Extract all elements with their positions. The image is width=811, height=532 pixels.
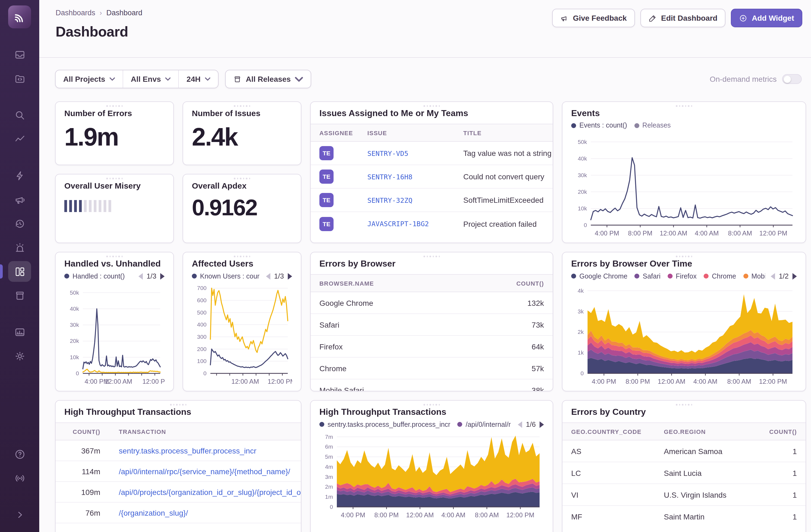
sidebar-item-issues[interactable] (8, 44, 31, 65)
issue-link[interactable]: JAVASCRIPT-1BG2 (367, 220, 455, 228)
widget-number-of-issues: Number of Issues 2.4k (183, 101, 302, 165)
sidebar-item-quick-start[interactable] (8, 165, 31, 186)
legend-item-safari[interactable]: Safari (635, 272, 661, 280)
edit-dashboard-button[interactable]: Edit Dashboard (640, 9, 726, 27)
issue-link[interactable]: SENTRY-32ZQ (367, 196, 455, 204)
column-region[interactable]: GEO.REGION (655, 428, 762, 435)
assignee-avatar[interactable]: TE (319, 169, 334, 184)
pager-prev-button[interactable] (266, 273, 270, 279)
browser-count: 64k (498, 342, 553, 351)
releases-filter-label: All Releases (246, 75, 291, 83)
sentry-logo[interactable] (8, 5, 31, 28)
column-assignee[interactable]: ASSIGNEE (311, 130, 358, 136)
svg-text:500: 500 (197, 309, 206, 316)
sidebar-item-projects[interactable] (8, 68, 31, 89)
svg-text:30k: 30k (578, 172, 587, 178)
svg-text:8:00 PM: 8:00 PM (626, 378, 650, 385)
sidebar-item-feedback[interactable] (8, 189, 31, 210)
issue-link[interactable]: SENTRY-VD5 (367, 149, 455, 157)
legend-item-process-incr[interactable]: sentry.tasks.process_buffer.process_incr (319, 421, 450, 428)
pager-next-button[interactable] (793, 273, 797, 279)
dashboards-icon (14, 266, 25, 277)
pager-prev-button[interactable] (138, 273, 143, 279)
pager-prev-button[interactable] (771, 273, 775, 279)
legend-item-mobile-safari[interactable]: Mobile S (743, 272, 765, 280)
widget-title: Events (571, 108, 797, 118)
svg-text:12:00 AM: 12:00 AM (105, 378, 132, 385)
assignee-avatar[interactable]: TE (319, 217, 334, 231)
edit-dashboard-label: Edit Dashboard (661, 14, 718, 22)
search-icon (14, 109, 25, 121)
releases-filter[interactable]: All Releases (225, 70, 311, 88)
column-browser-name[interactable]: BROWSER.NAME (311, 280, 498, 286)
affected-users-chart[interactable]: 010020030040050060070012:00 AM12:00 PM (192, 280, 292, 387)
filter-bar: All Projects All Envs 24H All Releases (55, 70, 807, 88)
sidebar-item-releases[interactable] (8, 285, 31, 306)
sidebar-item-explore[interactable] (8, 105, 31, 125)
high-throughput-transactions-chart[interactable]: 01m2m3m4m5m6m7m4:00 PM8:00 PM12:00 AM4:0… (319, 428, 544, 521)
sidebar-item-dashboards[interactable] (8, 261, 31, 282)
on-demand-metrics-toggle[interactable] (782, 74, 802, 84)
events-chart[interactable]: 010k20k30k40k50k4:00 PM8:00 PM12:00 AM4:… (571, 129, 797, 239)
project-filter[interactable]: All Projects (56, 70, 123, 88)
date-range-filter[interactable]: 24H (179, 70, 218, 88)
sidebar-collapse-toggle[interactable] (8, 504, 31, 525)
give-feedback-button[interactable]: Give Feedback (552, 9, 635, 27)
column-country-code[interactable]: GEO.COUNTRY_CODE (563, 428, 655, 435)
legend-item-events[interactable]: Events : count() (571, 122, 627, 129)
column-transaction[interactable]: TRANSACTION (108, 428, 301, 435)
widget-title: Overall User Misery (64, 181, 165, 190)
country-count: 1 (762, 512, 806, 521)
history-clock-icon (14, 218, 25, 229)
column-title[interactable]: TITLE (455, 130, 553, 136)
legend-item-api-internal[interactable]: /api/0/internal/r (458, 421, 511, 428)
assignee-avatar[interactable]: TE (319, 146, 334, 160)
sidebar-item-help[interactable] (8, 444, 31, 465)
transaction-link[interactable]: /api/0/internal/rpc/{service_name}/{meth… (119, 467, 301, 475)
sidebar-item-stats[interactable] (8, 322, 31, 342)
pager-next-button[interactable] (539, 421, 544, 428)
legend-item-chrome[interactable]: Chrome (704, 272, 736, 280)
svg-text:12:00 AM: 12:00 AM (406, 511, 433, 519)
svg-text:12:00 PM: 12:00 PM (759, 378, 787, 385)
svg-text:50k: 50k (578, 139, 587, 145)
widget-title: Number of Errors (64, 108, 165, 118)
sidebar-item-performance[interactable] (8, 128, 31, 149)
pager-next-button[interactable] (160, 273, 165, 279)
sidebar-item-alerts[interactable] (8, 237, 31, 258)
column-issue[interactable]: ISSUE (358, 130, 455, 136)
table-row (56, 523, 301, 532)
transaction-link[interactable]: sentry.tasks.process_buffer.process_incr (119, 446, 301, 455)
transaction-link[interactable]: /{organization_slug}/ (119, 508, 301, 517)
legend-item-releases[interactable]: Releases (634, 122, 671, 129)
column-count[interactable]: COUNT() (498, 280, 553, 286)
widget-errors-by-country: Errors by Country GEO.COUNTRY_CODE GEO.R… (562, 400, 806, 532)
legend-item-google-chrome[interactable]: Google Chrome (571, 272, 628, 280)
errors-by-browser-over-time-chart[interactable]: 01k2k3k4k4:00 PM8:00 PM12:00 AM4:00 AM8:… (571, 280, 797, 387)
pager-prev-button[interactable] (518, 421, 522, 428)
legend-item-known-users[interactable]: Known Users : cour (192, 272, 259, 280)
sidebar-item-replays[interactable] (8, 213, 31, 234)
environment-filter[interactable]: All Envs (123, 70, 179, 88)
transaction-link[interactable]: /api/0/projects/{organization_id_or_slug… (119, 488, 301, 496)
legend-item-handled[interactable]: Handled : count() (64, 272, 125, 280)
svg-text:100: 100 (197, 358, 206, 364)
column-count[interactable]: COUNT() (56, 428, 108, 435)
legend-pager: 1/6 (518, 420, 544, 428)
issue-link[interactable]: SENTRY-16H8 (367, 172, 455, 181)
svg-text:2k: 2k (578, 329, 584, 335)
main-area: Dashboards › Dashboard Dashboard Give Fe… (39, 0, 811, 532)
breadcrumb-dashboards[interactable]: Dashboards (56, 9, 95, 17)
assignee-avatar[interactable]: TE (319, 193, 334, 207)
transaction-count: 109m (56, 488, 108, 496)
add-widget-button[interactable]: Add Widget (731, 9, 802, 27)
handled-vs-unhandled-chart[interactable]: 010k20k30k40k50k4:00 PM12:00 AM12:00 PM (64, 280, 165, 387)
sidebar-item-service-status[interactable] (8, 468, 31, 488)
widget-grid: Number of Errors 1.9m Number of Issues 2… (55, 101, 807, 532)
legend-item-firefox[interactable]: Firefox (668, 272, 697, 280)
column-count[interactable]: COUNT() (762, 428, 806, 435)
drag-handle (424, 256, 440, 257)
pager-next-button[interactable] (288, 273, 292, 279)
sidebar-item-settings[interactable] (8, 346, 31, 366)
browser-count: 73k (498, 320, 553, 329)
